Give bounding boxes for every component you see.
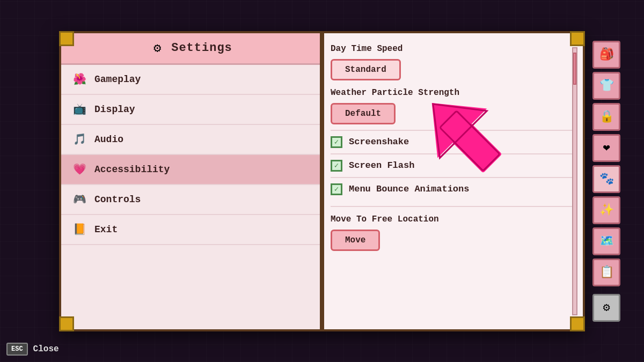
sidebar-item-display[interactable]: 📺 Display — [61, 95, 320, 125]
accessibility-icon: 💗 — [72, 162, 87, 177]
sidebar-heart-icon[interactable]: ❤️ — [592, 134, 620, 162]
sidebar-item-controls[interactable]: 🎮 Controls — [61, 185, 320, 215]
screenshake-checkbox[interactable] — [331, 136, 342, 148]
menu-bounce-checkbox[interactable] — [331, 183, 342, 195]
game-background: ⚙ Settings 🌺 Gameplay 📺 Display 🎵 Audio … — [0, 0, 644, 362]
menu-bounce-row: Menu Bounce Animations — [331, 177, 572, 201]
audio-label: Audio — [94, 134, 123, 145]
corner-bl — [59, 316, 74, 331]
settings-header: ⚙ Settings — [61, 33, 320, 65]
right-page: Day Time Speed Standard Weather Particle… — [322, 33, 583, 329]
settings-book: ⚙ Settings 🌺 Gameplay 📺 Display 🎵 Audio … — [59, 31, 585, 331]
corner-br — [570, 316, 585, 331]
settings-content: Day Time Speed Standard Weather Particle… — [322, 33, 583, 329]
display-icon: 📺 — [72, 102, 87, 117]
weather-particle-section: Weather Particle Strength Default — [331, 86, 572, 124]
controls-label: Controls — [94, 194, 141, 205]
sidebar-item-gameplay[interactable]: 🌺 Gameplay — [61, 65, 320, 95]
esc-bar: ESC Close — [6, 343, 59, 356]
sidebar-backpack-icon[interactable]: 🎒 — [592, 41, 620, 69]
sidebar-star-icon[interactable]: ✨ — [592, 196, 620, 224]
screen-flash-checkbox[interactable] — [331, 160, 342, 172]
exit-label: Exit — [94, 224, 118, 235]
esc-close-label: Close — [33, 344, 59, 354]
accessibility-label: Accessibility — [94, 164, 170, 175]
exit-icon: 📙 — [72, 222, 87, 237]
day-time-speed-section: Day Time Speed Standard — [331, 42, 572, 80]
controls-icon: 🎮 — [72, 192, 87, 207]
gameplay-label: Gameplay — [94, 74, 141, 85]
weather-particle-label: Weather Particle Strength — [331, 86, 572, 100]
right-sidebar: 🎒 👕 🔒 ❤️ 🐾 ✨ 🗺️ 📋 ⚙ — [592, 41, 620, 322]
menu-bounce-label: Menu Bounce Animations — [349, 184, 469, 194]
left-page: ⚙ Settings 🌺 Gameplay 📺 Display 🎵 Audio … — [61, 33, 322, 329]
screen-flash-row: Screen Flash — [331, 153, 572, 177]
corner-tl — [59, 31, 74, 46]
move-location-button[interactable]: Move — [331, 230, 380, 251]
gameplay-icon: 🌺 — [72, 72, 87, 87]
sidebar-paw-icon[interactable]: 🐾 — [592, 165, 620, 193]
sidebar-item-accessibility[interactable]: 💗 Accessibility — [61, 155, 320, 185]
corner-tr — [570, 31, 585, 46]
sidebar-map-icon[interactable]: 🗺️ — [592, 227, 620, 255]
scrollbar: ▲ ▼ — [570, 33, 580, 329]
audio-icon: 🎵 — [72, 132, 87, 147]
settings-title: Settings — [171, 41, 232, 55]
scroll-track[interactable] — [572, 47, 577, 315]
settings-gear-icon: ⚙ — [149, 40, 166, 57]
day-time-speed-button[interactable]: Standard — [331, 59, 401, 80]
screenshake-label: Screenshake — [349, 137, 409, 147]
sidebar-item-exit[interactable]: 📙 Exit — [61, 215, 320, 245]
sidebar-lock-icon[interactable]: 🔒 — [592, 103, 620, 131]
sidebar-gear-icon[interactable]: ⚙ — [592, 294, 620, 322]
sidebar-list-icon[interactable]: 📋 — [592, 258, 620, 286]
display-label: Display — [94, 104, 135, 115]
screenshake-row: Screenshake — [331, 130, 572, 153]
sidebar-shirt-icon[interactable]: 👕 — [592, 72, 620, 100]
move-location-label: Move To Free Location — [331, 212, 572, 226]
sidebar-item-audio[interactable]: 🎵 Audio — [61, 125, 320, 155]
screen-flash-label: Screen Flash — [349, 160, 414, 171]
esc-key-badge: ESC — [6, 343, 28, 356]
day-time-speed-label: Day Time Speed — [331, 42, 572, 56]
weather-particle-button[interactable]: Default — [331, 103, 396, 124]
scroll-thumb[interactable] — [573, 53, 576, 85]
move-location-section: Move To Free Location Move — [331, 206, 572, 251]
